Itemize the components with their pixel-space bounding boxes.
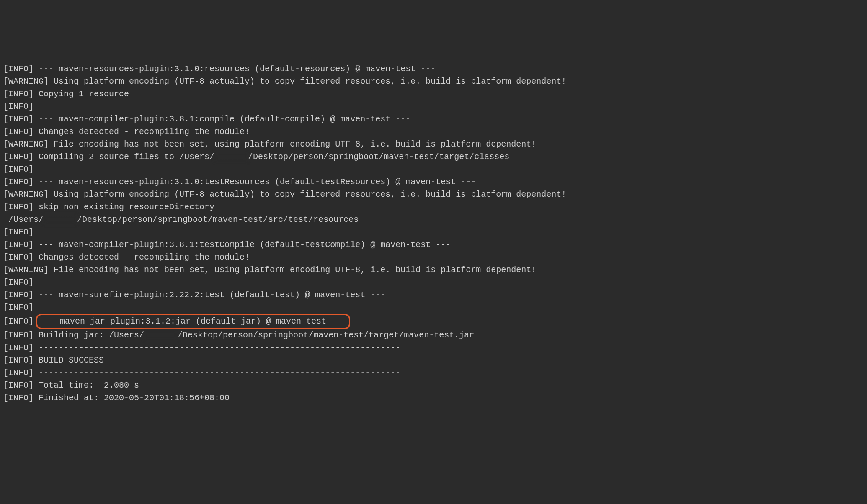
log-level: [INFO] <box>3 202 39 212</box>
log-level: [WARNING] <box>3 139 54 149</box>
log-message: ----------------------------------------… <box>39 368 400 378</box>
log-message: --- maven-compiler-plugin:3.8.1:compile … <box>39 114 410 124</box>
log-line: [INFO] --- maven-surefire-plugin:2.22.2:… <box>3 289 864 301</box>
log-line: [INFO] <box>3 276 864 289</box>
highlighted-line: --- maven-jar-plugin:3.1.2:jar (default-… <box>36 314 350 329</box>
log-line: [INFO] ---------------------------------… <box>3 367 864 379</box>
log-message-tail: /Desktop/person/springboot/maven-test/ta… <box>248 152 509 162</box>
log-line: [INFO] skip non existing resourceDirecto… <box>3 201 864 213</box>
log-level: [INFO] <box>3 368 39 378</box>
log-message: --- maven-resources-plugin:3.1.0:testRes… <box>39 177 476 187</box>
log-line: [WARNING] Using platform encoding (UTF-8… <box>3 188 864 201</box>
log-line: [INFO] Changes detected - recompiling th… <box>3 251 864 264</box>
log-message: --- maven-surefire-plugin:2.22.2:test (d… <box>39 290 385 300</box>
log-level: [WARNING] <box>3 77 54 86</box>
log-line: [INFO] Copying 1 resource <box>3 88 864 100</box>
redacted-username: xxxxxx <box>144 330 178 340</box>
log-message: Changes detected - recompiling the modul… <box>39 127 250 136</box>
log-level: [INFO] <box>3 303 39 312</box>
log-level: [INFO] <box>3 165 39 174</box>
log-line: [INFO] --- maven-resources-plugin:3.1.0:… <box>3 63 864 75</box>
log-message: /Users/ <box>3 215 44 224</box>
log-message: File encoding has not been set, using pl… <box>54 265 536 275</box>
log-line: [INFO] <box>3 226 864 239</box>
redacted-username: xxxxxx <box>214 152 248 162</box>
log-level: [INFO] <box>3 114 39 124</box>
log-line: [INFO] Changes detected - recompiling th… <box>3 126 864 138</box>
log-message-tail: /Desktop/person/springboot/maven-test/ta… <box>178 330 474 340</box>
log-message: BUILD SUCCESS <box>39 355 104 365</box>
log-line: [INFO] <box>3 163 864 176</box>
log-level: [INFO] <box>3 381 39 390</box>
log-line: [INFO] Total time: 2.080 s <box>3 379 864 392</box>
log-level: [INFO] <box>3 64 39 74</box>
log-level: [INFO] <box>3 152 39 162</box>
log-message: --- maven-resources-plugin:3.1.0:resourc… <box>39 64 436 74</box>
log-level: [INFO] <box>3 290 39 300</box>
log-message: Total time: 2.080 s <box>39 381 139 390</box>
log-message: Using platform encoding (UTF-8 actually)… <box>54 190 566 199</box>
log-message: skip non existing resourceDirectory <box>39 202 214 212</box>
log-level: [INFO] <box>3 240 39 249</box>
log-message: Changes detected - recompiling the modul… <box>39 252 250 262</box>
log-level: [WARNING] <box>3 190 54 199</box>
log-line: [INFO] --- maven-compiler-plugin:3.8.1:t… <box>3 239 864 251</box>
log-line: [INFO] ---------------------------------… <box>3 342 864 354</box>
log-level: [INFO] <box>3 127 39 136</box>
log-line: [INFO] <box>3 100 864 113</box>
log-level: [INFO] <box>3 343 39 352</box>
log-line: [INFO] Finished at: 2020-05-20T01:18:56+… <box>3 392 864 404</box>
log-level: [INFO] <box>3 355 39 365</box>
log-line: [INFO] Building jar: /Users/xxxxxx/Deskt… <box>3 329 864 342</box>
log-level: [INFO] <box>3 393 39 403</box>
log-message: Finished at: 2020-05-20T01:18:56+08:00 <box>39 393 230 403</box>
log-line: [INFO] --- maven-compiler-plugin:3.8.1:c… <box>3 113 864 126</box>
log-line: [INFO] --- maven-resources-plugin:3.1.0:… <box>3 176 864 188</box>
log-line: [WARNING] File encoding has not been set… <box>3 264 864 276</box>
log-line: [INFO] BUILD SUCCESS <box>3 354 864 367</box>
log-message: Building jar: /Users/ <box>39 330 144 340</box>
log-message: File encoding has not been set, using pl… <box>54 139 536 149</box>
log-message: ----------------------------------------… <box>39 343 400 352</box>
log-line: [WARNING] Using platform encoding (UTF-8… <box>3 75 864 88</box>
log-level: [INFO] <box>3 316 39 326</box>
log-line: [INFO] <box>3 301 864 314</box>
terminal-output[interactable]: [INFO] --- maven-resources-plugin:3.1.0:… <box>0 63 867 408</box>
redacted-username: xxxxxx <box>44 215 77 224</box>
log-level: [INFO] <box>3 102 39 111</box>
log-line: [WARNING] File encoding has not been set… <box>3 138 864 151</box>
log-message: Copying 1 resource <box>39 89 129 99</box>
log-level: [INFO] <box>3 227 39 237</box>
log-message: --- maven-jar-plugin:3.1.2:jar (default-… <box>40 316 346 326</box>
log-level: [INFO] <box>3 89 39 99</box>
log-level: [INFO] <box>3 330 39 340</box>
log-level: [INFO] <box>3 177 39 187</box>
log-message: Compiling 2 source files to /Users/ <box>39 152 214 162</box>
log-level: [WARNING] <box>3 265 54 275</box>
log-message: Using platform encoding (UTF-8 actually)… <box>54 77 566 86</box>
log-line: [INFO] Compiling 2 source files to /User… <box>3 151 864 163</box>
log-message-tail: /Desktop/person/springboot/maven-test/sr… <box>77 215 359 224</box>
log-message: --- maven-compiler-plugin:3.8.1:testComp… <box>39 240 451 249</box>
log-line: [INFO] --- maven-jar-plugin:3.1.2:jar (d… <box>3 314 864 329</box>
log-line: /Users/xxxxxx/Desktop/person/springboot/… <box>3 213 864 226</box>
log-level: [INFO] <box>3 278 39 287</box>
log-level: [INFO] <box>3 252 39 262</box>
